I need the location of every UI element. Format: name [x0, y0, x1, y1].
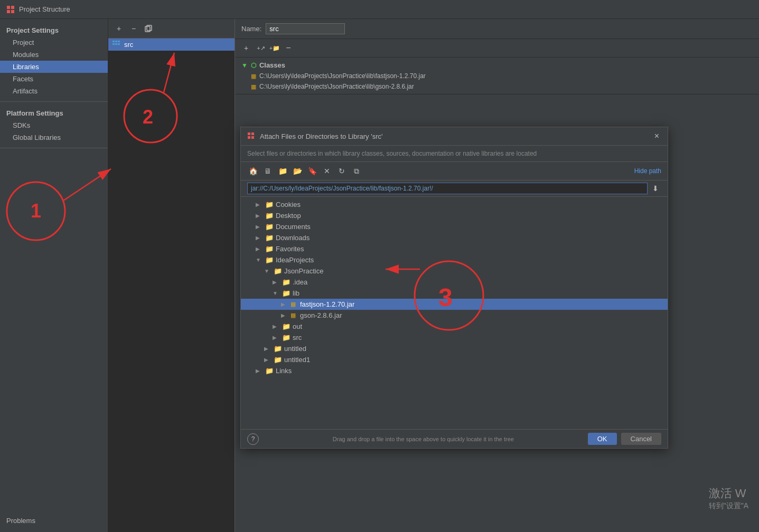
class-jar-2[interactable]: ▦ C:\Users\ly\IdeaProjects\JsonPractice\… — [235, 81, 759, 92]
chevron-icon: ▶ — [256, 235, 263, 241]
sidebar-divider — [0, 101, 108, 102]
sidebar-item-problems[interactable]: Problems — [0, 514, 108, 528]
classes-section: ▼ ⬡ Classes — [235, 60, 759, 71]
name-label: Name: — [241, 25, 261, 33]
ft-untitled1[interactable]: ▶ 📁 untitled1 — [241, 354, 668, 365]
ft-documents[interactable]: ▶ 📁 Documents — [241, 221, 668, 232]
title-bar: Project Structure — [0, 0, 759, 19]
attach-files-dialog: Attach Files or Directories to Library '… — [240, 127, 668, 449]
svg-rect-10 — [115, 43, 117, 45]
left-panel: + − — [108, 19, 235, 532]
ft-desktop[interactable]: ▶ 📁 Desktop — [241, 210, 668, 221]
dialog-bookmarks-btn[interactable]: 🔖 — [306, 165, 318, 177]
ft-downloads[interactable]: ▶ 📁 Downloads — [241, 232, 668, 243]
path-row: ⬇ — [241, 180, 668, 197]
sidebar-item-project[interactable]: Project — [0, 36, 108, 49]
svg-rect-0 — [7, 6, 10, 9]
file-tree[interactable]: ▶ 📁 Cookies ▶ 📁 Desktop ▶ 📁 Documents ▶ … — [241, 197, 668, 429]
svg-rect-9 — [113, 43, 115, 45]
remove-class-btn[interactable]: − — [283, 42, 294, 54]
svg-rect-6 — [113, 41, 115, 42]
platform-settings-header: Platform Settings — [0, 106, 108, 119]
dialog-delete-btn[interactable]: ✕ — [321, 165, 333, 177]
chevron-icon: ▶ — [273, 279, 280, 285]
classes-tree: ▼ ⬡ Classes ▦ C:\Users\ly\IdeaProjects\J… — [235, 58, 759, 94]
ft-jsonpractice[interactable]: ▼ 📁 JsonPractice — [241, 265, 668, 277]
sidebar-item-libraries[interactable]: Libraries — [0, 61, 108, 73]
ft-links[interactable]: ▶ 📁 Links — [241, 365, 668, 376]
app-title: Project Structure — [19, 5, 70, 13]
name-row: Name: — [235, 19, 759, 39]
chevron-icon: ▶ — [273, 324, 280, 329]
cancel-button[interactable]: Cancel — [621, 433, 661, 445]
sidebar-item-facets[interactable]: Facets — [0, 73, 108, 85]
chevron-icon: ▶ — [281, 301, 288, 307]
dialog-folder-up-btn[interactable]: 📁 — [277, 165, 288, 177]
chevron-icon: ▶ — [273, 335, 280, 340]
dialog-new-folder-btn[interactable]: 📂 — [292, 165, 303, 177]
path-download-btn[interactable]: ⬇ — [650, 183, 661, 194]
ft-lib[interactable]: ▼ 📁 lib — [241, 288, 668, 299]
dialog-help-btn[interactable]: ? — [247, 433, 259, 445]
dialog-footer: ? Drag and drop a file into the space ab… — [241, 429, 668, 448]
svg-rect-16 — [251, 136, 254, 139]
remove-library-btn[interactable]: − — [127, 22, 140, 35]
copy-library-btn[interactable] — [142, 22, 155, 35]
dialog-desktop-btn[interactable]: 🖥 — [262, 165, 274, 177]
chevron-icon: ▼ — [264, 268, 271, 274]
dialog-copy-path-btn[interactable]: ⧉ — [351, 165, 362, 177]
svg-rect-15 — [248, 136, 250, 139]
ok-button[interactable]: OK — [588, 433, 617, 445]
ft-out[interactable]: ▶ 📁 out — [241, 321, 668, 332]
src-tree-item[interactable]: src — [108, 39, 235, 51]
chevron-icon: ▶ — [256, 213, 263, 218]
add-library-btn[interactable]: + — [113, 22, 125, 35]
chevron-icon: ▶ — [264, 357, 271, 363]
src-label: src — [124, 41, 133, 49]
sidebar: Project Settings Project Modules Librari… — [0, 19, 108, 532]
sidebar-divider-2 — [0, 148, 108, 148]
project-settings-header: Project Settings — [0, 23, 108, 36]
add-class-btn[interactable]: + — [241, 42, 253, 54]
ft-untitled[interactable]: ▶ 📁 untitled — [241, 343, 668, 354]
watermark: 激活 W 转到"设置"A — [709, 486, 748, 511]
ft-fastjson[interactable]: ▶ ▦ fastjson-1.2.70.jar — [241, 299, 668, 310]
chevron-icon: ▶ — [264, 346, 271, 352]
ft-ideaprojects[interactable]: ▼ 📁 IdeaProjects — [241, 254, 668, 265]
sidebar-item-artifacts[interactable]: Artifacts — [0, 85, 108, 97]
svg-rect-7 — [115, 41, 117, 42]
footer-hint: Drag and drop a file into the space abov… — [333, 436, 514, 442]
ft-favorites[interactable]: ▶ 📁 Favorites — [241, 243, 668, 254]
chevron-icon: ▶ — [256, 202, 263, 207]
svg-rect-13 — [248, 132, 250, 135]
ft-cookies[interactable]: ▶ 📁 Cookies — [241, 199, 668, 210]
chevron-icon: ▶ — [256, 368, 263, 374]
dialog-titlebar: Attach Files or Directories to Library '… — [241, 127, 668, 146]
class-jar-1[interactable]: ▦ C:\Users\ly\IdeaProjects\JsonPractice\… — [235, 71, 759, 81]
svg-text:+: + — [244, 44, 248, 52]
add-class-alt-btn[interactable]: +↗ — [255, 42, 267, 54]
svg-rect-2 — [7, 10, 10, 13]
left-panel-toolbar: + − — [108, 19, 235, 39]
svg-rect-1 — [11, 6, 14, 9]
ft-src[interactable]: ▶ 📁 src — [241, 332, 668, 343]
sidebar-item-global-libraries[interactable]: Global Libraries — [0, 131, 108, 144]
bars-icon — [113, 40, 121, 49]
chevron-icon: ▶ — [281, 312, 288, 318]
name-input[interactable] — [266, 23, 345, 34]
dialog-icon — [247, 132, 256, 140]
sidebar-item-modules[interactable]: Modules — [0, 49, 108, 61]
add-folder-btn[interactable]: +📁 — [269, 42, 280, 54]
dialog-home-btn[interactable]: 🏠 — [247, 165, 259, 177]
path-input[interactable] — [247, 183, 648, 194]
dialog-refresh-btn[interactable]: ↻ — [336, 165, 348, 177]
ft-idea[interactable]: ▶ 📁 .idea — [241, 277, 668, 288]
chevron-icon: ▼ — [273, 290, 280, 296]
dialog-action-btns: OK Cancel — [588, 433, 661, 445]
dialog-description: Select files or directories in which lib… — [241, 146, 668, 162]
hide-path-link[interactable]: Hide path — [634, 167, 661, 175]
sidebar-item-sdks[interactable]: SDKs — [0, 119, 108, 131]
dialog-close-btn[interactable]: × — [652, 131, 661, 141]
svg-rect-14 — [251, 132, 254, 135]
ft-gson[interactable]: ▶ ▦ gson-2.8.6.jar — [241, 310, 668, 321]
